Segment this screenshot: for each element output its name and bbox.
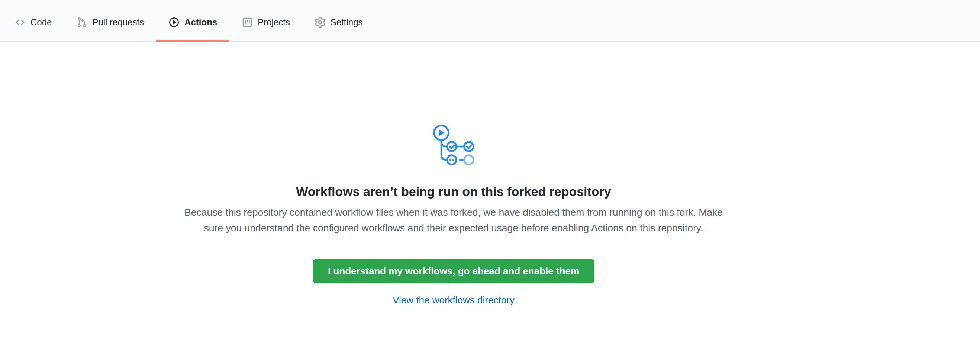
description-line-1: Because this repository contained workfl… <box>138 205 770 220</box>
tab-label: Settings <box>331 18 363 27</box>
tab-code[interactable]: Code <box>2 0 64 41</box>
page-title: Workflows aren’t being run on this forke… <box>0 184 907 199</box>
enable-workflows-button[interactable]: I understand my workflows, go ahead and … <box>313 259 595 283</box>
tab-label: Pull requests <box>92 18 144 27</box>
git-pull-request-icon <box>76 17 88 28</box>
description-line-2: sure you understand the configured workf… <box>138 220 770 236</box>
project-board-icon <box>242 17 253 28</box>
view-workflows-directory-link[interactable]: View the workflows directory <box>393 294 514 306</box>
repo-tab-bar: Code Pull requests Actions <box>0 0 980 42</box>
tab-pull-requests[interactable]: Pull requests <box>64 0 156 41</box>
tab-label: Actions <box>185 18 217 27</box>
tab-actions[interactable]: Actions <box>156 0 229 41</box>
tab-label: Code <box>30 18 52 27</box>
workflow-graph-icon <box>0 124 907 169</box>
code-icon <box>14 17 25 28</box>
tab-projects[interactable]: Projects <box>229 0 302 41</box>
enable-button-row: I understand my workflows, go ahead and … <box>0 259 907 283</box>
tab-settings[interactable]: Settings <box>302 0 375 41</box>
play-circle-icon <box>169 17 180 28</box>
description-text: Because this repository contained workfl… <box>138 205 770 236</box>
actions-disabled-blankslate: Workflows aren’t being run on this forke… <box>0 124 907 306</box>
gear-icon <box>315 17 326 28</box>
workflows-link-row: View the workflows directory <box>0 294 907 306</box>
tab-label: Projects <box>258 18 290 27</box>
